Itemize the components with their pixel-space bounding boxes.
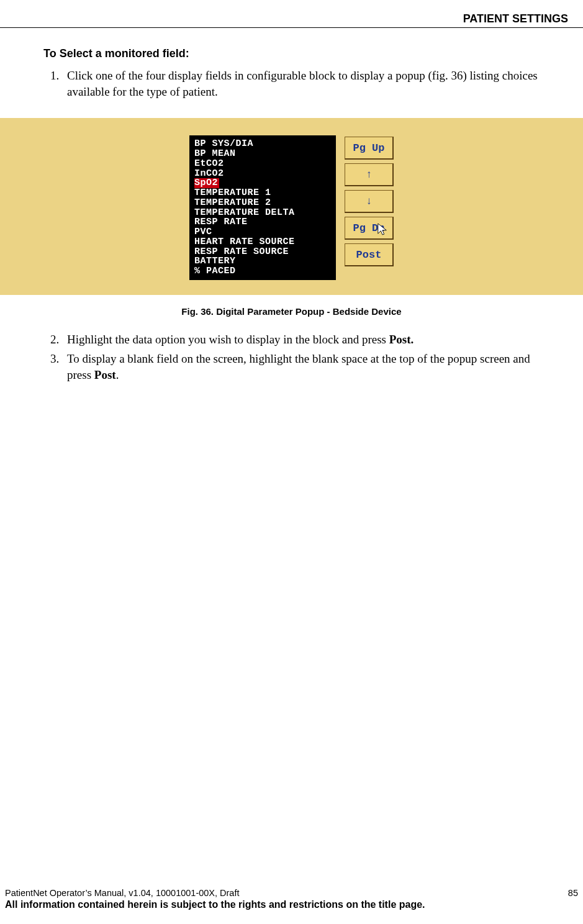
step-3-text-after: . (116, 368, 119, 381)
post-button[interactable]: Post (345, 243, 394, 266)
list-item[interactable]: TEMPERATURE 1 (194, 188, 331, 198)
list-item[interactable]: PVC (194, 227, 331, 237)
list-item[interactable]: BP MEAN (194, 149, 331, 159)
list-item[interactable]: BP SYS/DIA (194, 139, 331, 149)
list-item[interactable]: HEART RATE SOURCE (194, 237, 331, 247)
list-item[interactable]: RESP RATE (194, 217, 331, 227)
list-item[interactable]: TEMPERATURE 2 (194, 198, 331, 208)
step-2-bold: Post. (389, 333, 414, 346)
list-item[interactable]: EtCO2 (194, 159, 331, 169)
step-2: Highlight the data option you wish to di… (62, 332, 540, 348)
page-footer: PatientNet Operator’s Manual, v1.04, 100… (5, 888, 578, 910)
page-number: 85 (568, 888, 578, 898)
list-item[interactable]: BATTERY (194, 256, 331, 266)
figure-caption: Fig. 36. Digital Parameter Popup - Bedsi… (43, 306, 540, 317)
parameter-list[interactable]: BP SYS/DIA BP MEAN EtCO2 InCO2 SpO2 TEMP… (189, 135, 336, 280)
footer-rights: All information contained herein is subj… (5, 899, 578, 910)
section-title: PATIENT SETTINGS (463, 12, 568, 25)
step-1: Click one of the four display fields in … (62, 68, 540, 99)
header-rule (0, 27, 583, 28)
list-item-selected[interactable]: SpO2 (194, 178, 331, 188)
up-button[interactable]: ↑ (345, 163, 394, 186)
subheading: To Select a monitored field: (43, 47, 540, 60)
step-3-text-before: To display a blank field on the screen, … (67, 352, 530, 381)
down-button[interactable]: ↓ (345, 190, 394, 213)
cursor-icon (377, 222, 388, 236)
figure-container: BP SYS/DIA BP MEAN EtCO2 InCO2 SpO2 TEMP… (0, 118, 583, 295)
footer-doc-info: PatientNet Operator’s Manual, v1.04, 100… (5, 888, 240, 898)
step-2-text-before: Highlight the data option you wish to di… (67, 333, 389, 346)
parameter-popup: BP SYS/DIA BP MEAN EtCO2 InCO2 SpO2 TEMP… (189, 135, 394, 280)
list-item[interactable]: % PACED (194, 266, 331, 276)
list-item[interactable]: InCO2 (194, 169, 331, 179)
page-up-button[interactable]: Pg Up (345, 137, 394, 160)
step-3-bold: Post (94, 368, 116, 381)
list-item[interactable]: TEMPERATURE DELTA (194, 208, 331, 218)
list-item[interactable]: RESP RATE SOURCE (194, 247, 331, 257)
step-1-text: Click one of the four display fields in … (67, 69, 538, 98)
popup-button-column: Pg Up ↑ ↓ Pg Dn Post (345, 135, 394, 280)
step-3: To display a blank field on the screen, … (62, 351, 540, 383)
